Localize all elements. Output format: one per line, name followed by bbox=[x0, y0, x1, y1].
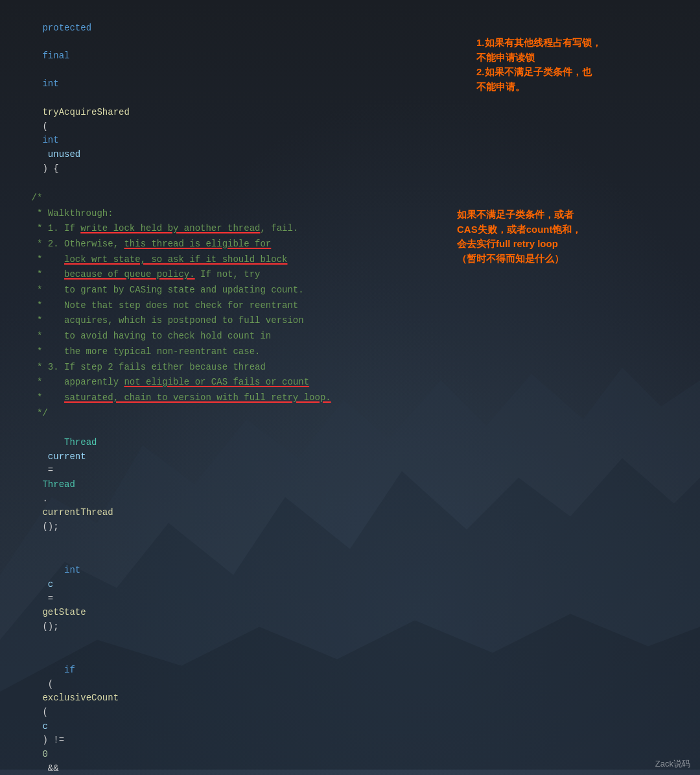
line-thread-current: Thread current = Thread . currentThread … bbox=[0, 421, 700, 549]
keyword-final: final bbox=[42, 51, 69, 61]
code-container: protected final int tryAcquireShared ( i… bbox=[0, 0, 700, 775]
comment-2d: * to grant by CASing state and updating … bbox=[0, 283, 700, 298]
keyword-protected: protected bbox=[42, 23, 91, 33]
comment-2e: * Note that step does not check for reen… bbox=[0, 298, 700, 314]
code-line-method: protected final int tryAcquireShared ( i… bbox=[0, 6, 700, 191]
comment-open: /* bbox=[0, 191, 700, 206]
comment-2f: * acquires, which is postponed to full v… bbox=[0, 313, 700, 329]
param-name: unused bbox=[42, 149, 80, 160]
watermark: Zack说码 bbox=[655, 758, 690, 770]
comment-2c: * because of queue policy. If not, try bbox=[0, 267, 700, 283]
comment-3b: * apparently not eligible or CAS fails o… bbox=[0, 375, 700, 390]
comment-close: */ bbox=[0, 406, 700, 422]
comment-slash: /* bbox=[10, 191, 690, 206]
method-name: tryAcquireShared bbox=[42, 107, 129, 117]
line-int-c: int c = getState (); bbox=[0, 549, 700, 649]
param-type: int bbox=[42, 135, 58, 145]
comment-3a: * 3. If step 2 fails either because thre… bbox=[0, 360, 700, 376]
comment-2h: * the more typical non-reentrant case. bbox=[0, 344, 700, 360]
line-if-exclusive: if ( exclusiveCount ( c ) != 0 && bbox=[0, 649, 700, 775]
annotation-1: 1.如果有其他线程占有写锁， 不能申请读锁 2.如果不满足子类条件，也 不能申请… bbox=[476, 36, 690, 94]
keyword-int: int bbox=[42, 78, 58, 89]
annotation-2: 如果不满足子类条件，或者 CAS失败，或者count饱和， 会去实行full r… bbox=[457, 208, 690, 266]
comment-3c: * saturated, chain to version with full … bbox=[0, 390, 700, 406]
comment-2g: * to avoid having to check hold count in bbox=[0, 329, 700, 344]
